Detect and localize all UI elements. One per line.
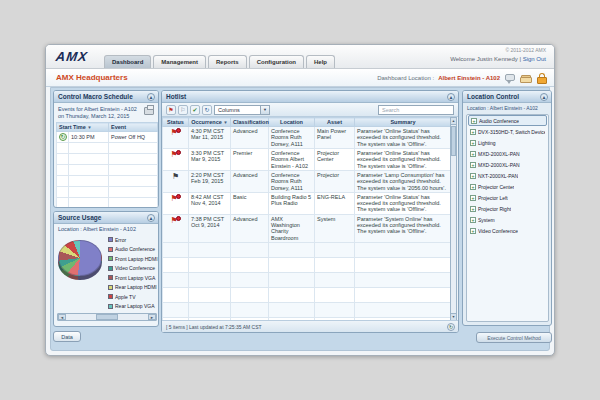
tree-expand-icon[interactable]: + — [470, 173, 476, 179]
device-tree: +Audio Conference +DVX-3150HD-T, Switch … — [466, 114, 549, 322]
tab-management[interactable]: Management — [153, 55, 206, 68]
hotlist-status-text: [ 5 items ] Last updated at 7:25:35 AM C… — [166, 324, 262, 330]
hotlist-row[interactable]: ⚑ 2:20 PM CSTFeb 19, 2015 Advanced Confe… — [163, 170, 452, 192]
event-time: 10:30 PM — [69, 132, 109, 143]
tree-expand-icon[interactable]: + — [470, 151, 476, 157]
data-button[interactable]: Data — [53, 331, 81, 342]
location-cell: Conference Rooms Ruth Dorsey, A111 — [269, 170, 315, 192]
schedule-event-row[interactable]: ↻ 10:30 PM Power Off HQ — [57, 132, 158, 143]
refresh-icon[interactable]: ↻ — [202, 105, 212, 115]
location-control-collapse-icon[interactable]: ▲ — [540, 93, 548, 101]
tree-item-audio-conference[interactable]: +Audio Conference — [468, 115, 547, 126]
tree-expand-icon[interactable]: + — [470, 129, 476, 135]
tree-item-projector-center[interactable]: +Projector Center — [468, 181, 547, 192]
check-icon[interactable]: ✔ — [190, 105, 200, 115]
sign-out-link[interactable]: Sign Out — [523, 56, 546, 62]
column-start-time[interactable]: Start Time ▼ — [57, 123, 109, 132]
legend-label: Rear Laptop HDMI — [115, 284, 157, 290]
tree-expand-icon[interactable]: + — [470, 140, 476, 146]
scroll-left-arrow-icon[interactable]: ◄ — [58, 314, 66, 320]
tree-item-nxt-panel[interactable]: +NXT-2000XL-PAN — [468, 170, 547, 181]
tree-expand-icon[interactable]: + — [470, 206, 476, 212]
scrollbar-thumb[interactable] — [96, 314, 118, 320]
summary-cell: Parameter 'Online Status' has exceeded i… — [355, 192, 452, 214]
tree-expand-icon[interactable]: + — [470, 162, 476, 168]
table-row-empty — [57, 165, 158, 176]
tab-configuration[interactable]: Configuration — [249, 55, 304, 68]
tree-item-mxd-panel-1[interactable]: +MXD-2000XL-PAN — [468, 148, 547, 159]
column-occurrence[interactable]: Occurrence ▼ — [189, 118, 231, 127]
empty-cell — [163, 288, 189, 303]
tree-expand-icon[interactable]: + — [470, 217, 476, 223]
tree-expand-icon[interactable]: + — [471, 118, 477, 124]
flag-outline-icon[interactable]: ⚐ — [178, 105, 188, 115]
source-usage-horizontal-scrollbar[interactable]: ◄ ► — [57, 313, 157, 321]
tab-reports[interactable]: Reports — [208, 55, 247, 68]
column-asset[interactable]: Asset — [315, 118, 355, 127]
hotlist-collapse-icon[interactable]: ▲ — [447, 93, 455, 101]
column-location[interactable]: Location — [269, 118, 315, 127]
tree-item-dvx-switch[interactable]: +DVX-3150HD-T, Switch Device — [468, 126, 547, 137]
chat-bubble-icon[interactable] — [504, 73, 516, 84]
location-cell: Building Radio 5 Plus Radio — [269, 192, 315, 214]
scroll-up-arrow-icon[interactable]: ▲ — [451, 118, 456, 125]
panel-source-usage: Source Usage ▲ Location : Albert Einstei… — [53, 211, 159, 327]
legend-swatch — [108, 304, 113, 309]
empty-cell — [57, 187, 69, 198]
tree-item-system[interactable]: +System — [468, 214, 547, 225]
occurrence-cell: 3:30 PM CSTMar 9, 2015 — [189, 148, 231, 170]
table-row-empty — [163, 243, 452, 258]
copyright-text: © 2011-2012 AMX — [505, 47, 546, 53]
location-cell: AMX Washington Charity Boardroom — [269, 214, 315, 242]
dashboard-location-link[interactable]: Albert Einstein - A102 — [438, 75, 500, 81]
schedule-collapse-icon[interactable]: ▲ — [147, 93, 155, 101]
empty-cell — [355, 258, 452, 273]
columns-dropdown[interactable]: Columns ▼ — [214, 105, 270, 115]
column-classification[interactable]: Classification — [231, 118, 269, 127]
tree-expand-icon[interactable]: + — [470, 228, 476, 234]
table-row-empty — [57, 176, 158, 187]
empty-cell — [57, 165, 69, 176]
hotlist-vertical-scrollbar[interactable]: ▲ ▼ — [450, 117, 457, 321]
folder-icon[interactable] — [520, 73, 532, 84]
execute-control-method-button[interactable]: Execute Control Method — [476, 332, 552, 343]
dashboard-location-label: Dashboard Location : — [377, 75, 434, 81]
event-name: Power Off HQ — [109, 132, 158, 143]
scrollbar-thumb[interactable] — [451, 126, 456, 156]
hotlist-row[interactable]: ⚑ 8:42 AM CSTNov 4, 2014 Basic Building … — [163, 192, 452, 214]
empty-cell — [163, 243, 189, 258]
empty-cell — [269, 303, 315, 318]
chevron-down-icon[interactable]: ▼ — [260, 106, 269, 114]
search-input[interactable] — [378, 105, 454, 115]
flag-icon[interactable]: ⚑ — [166, 105, 176, 115]
hotlist-row[interactable]: ⚑ 4:30 PM CSTMar 11, 2015 Advanced Confe… — [163, 127, 452, 149]
tree-item-mxd-panel-2[interactable]: +MXD-2000XL-PAN — [468, 159, 547, 170]
empty-cell — [109, 187, 158, 198]
lock-icon[interactable] — [536, 73, 548, 84]
occurrence-cell: 4:30 PM CSTMar 11, 2015 — [189, 127, 231, 149]
legend-item: Error — [108, 235, 158, 245]
tree-item-projector-left[interactable]: +Projector Left — [468, 192, 547, 203]
refresh-icon[interactable]: ↻ — [447, 323, 455, 331]
tree-expand-icon[interactable]: + — [470, 184, 476, 190]
empty-cell — [315, 273, 355, 288]
scroll-right-arrow-icon[interactable]: ► — [148, 314, 156, 320]
hotlist-row[interactable]: ⚑ 3:30 PM CSTMar 9, 2015 Premier Confere… — [163, 148, 452, 170]
print-icon[interactable] — [144, 107, 154, 115]
empty-cell — [57, 154, 69, 165]
asset-cell: Projector — [315, 170, 355, 192]
tree-item-projector-right[interactable]: +Projector Right — [468, 203, 547, 214]
hotlist-row[interactable]: ⚑ 7:38 PM CSTOct 9, 2014 Advanced AMX Wa… — [163, 214, 452, 242]
source-usage-collapse-icon[interactable]: ▲ — [147, 214, 155, 222]
column-status[interactable]: Status — [163, 118, 189, 127]
column-summary[interactable]: Summary — [355, 118, 452, 127]
scroll-down-arrow-icon[interactable]: ▼ — [451, 313, 456, 320]
tab-help[interactable]: Help — [306, 55, 335, 68]
source-usage-pie — [58, 240, 102, 276]
tree-item-video-conference[interactable]: +Video Conference — [468, 225, 547, 236]
tree-item-lighting[interactable]: +Lighting — [468, 137, 547, 148]
status-cell: ⚑ — [163, 127, 189, 149]
tab-dashboard[interactable]: Dashboard — [104, 55, 151, 68]
column-event[interactable]: Event — [109, 123, 158, 132]
tree-expand-icon[interactable]: + — [470, 195, 476, 201]
